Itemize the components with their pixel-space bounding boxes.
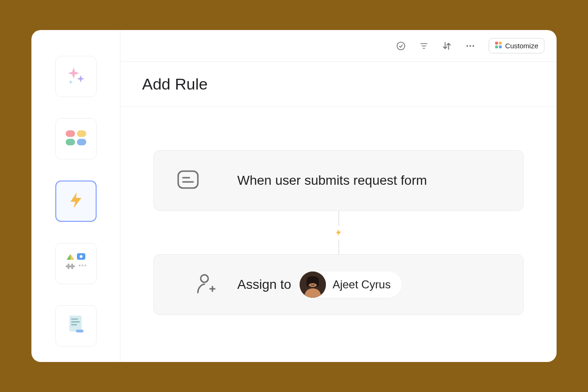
connector-badge [332, 226, 346, 240]
svg-rect-2 [66, 139, 75, 145]
sidebar-item-automation[interactable] [55, 181, 97, 222]
sidebar-item-ai[interactable] [55, 56, 97, 97]
svg-point-36 [310, 281, 311, 283]
svg-rect-14 [71, 321, 80, 323]
assignee-avatar [300, 271, 326, 298]
page-title: Add Rule [142, 75, 535, 93]
assignee-pill[interactable]: Ajeet Cyrus [300, 271, 402, 298]
more-icon[interactable] [465, 41, 475, 51]
svg-point-10 [82, 264, 83, 266]
color-blocks-icon [64, 128, 88, 149]
filter-icon[interactable] [419, 41, 429, 51]
svg-point-37 [315, 281, 316, 283]
sidebar [31, 30, 121, 362]
svg-rect-0 [66, 130, 75, 137]
trigger-card[interactable]: When user submits request form [153, 150, 524, 211]
sidebar-item-integrations[interactable] [55, 243, 97, 284]
assignee-name: Ajeet Cyrus [332, 278, 391, 291]
trigger-text: When user submits request form [237, 173, 427, 188]
customize-grid-icon [495, 41, 502, 50]
customize-button[interactable]: Customize [489, 38, 544, 53]
svg-rect-12 [69, 316, 82, 332]
sidebar-item-document[interactable] [55, 305, 97, 347]
svg-rect-13 [71, 318, 78, 320]
bolt-icon [67, 189, 85, 213]
svg-point-22 [469, 45, 471, 47]
svg-point-11 [84, 264, 86, 266]
form-icon [176, 169, 200, 192]
action-label: Assign to [237, 277, 291, 292]
svg-point-5 [80, 255, 83, 258]
rule-canvas: When user submits request form [121, 107, 557, 362]
svg-point-23 [473, 45, 475, 47]
svg-rect-28 [178, 171, 198, 188]
sidebar-item-views[interactable] [55, 118, 97, 159]
action-card[interactable]: Assign to Ajeet Cyr [153, 254, 524, 315]
assign-row: Assign to Ajeet Cyr [237, 271, 402, 298]
svg-rect-8 [66, 265, 75, 267]
svg-rect-1 [77, 130, 86, 137]
svg-rect-26 [495, 45, 498, 48]
app-window: Customize Add Rule When user submits req… [31, 30, 557, 362]
person-add-icon [196, 273, 216, 296]
svg-rect-3 [77, 139, 86, 145]
svg-rect-16 [76, 330, 83, 332]
svg-rect-15 [71, 324, 77, 325]
svg-rect-24 [495, 42, 498, 45]
svg-point-9 [79, 264, 81, 266]
svg-rect-25 [499, 42, 502, 45]
sort-icon[interactable] [442, 41, 452, 51]
document-icon [67, 314, 85, 338]
integrations-icon [64, 252, 88, 275]
toolbar: Customize [121, 30, 557, 62]
customize-label: Customize [505, 42, 538, 50]
connector [339, 211, 339, 254]
check-circle-icon[interactable] [396, 41, 406, 51]
svg-point-21 [467, 45, 468, 47]
sparkle-icon [65, 65, 87, 88]
svg-rect-27 [499, 45, 502, 48]
page-header: Add Rule [121, 62, 557, 107]
svg-point-17 [397, 42, 405, 50]
svg-point-31 [201, 275, 208, 282]
main-panel: Customize Add Rule When user submits req… [121, 30, 557, 362]
